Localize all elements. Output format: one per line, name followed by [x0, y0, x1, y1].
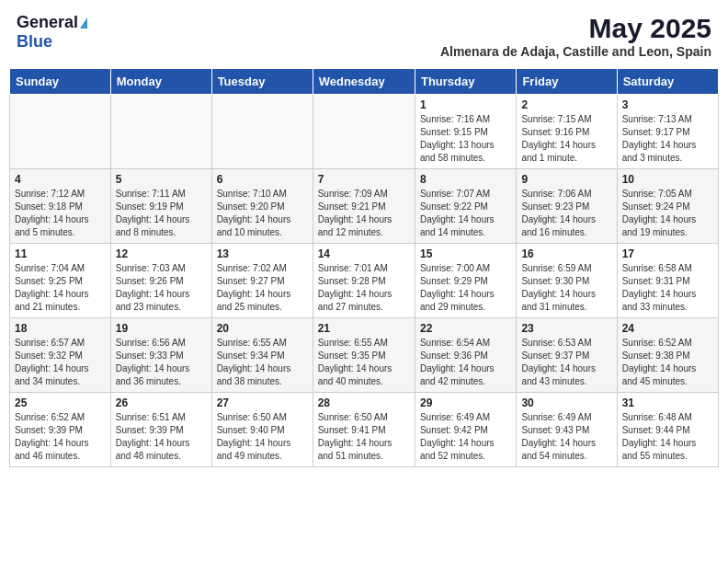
calendar-cell: 20Sunrise: 6:55 AM Sunset: 9:34 PM Dayli…	[211, 318, 313, 393]
calendar-cell: 30Sunrise: 6:49 AM Sunset: 9:43 PM Dayli…	[517, 393, 617, 467]
logo: General Blue	[17, 13, 87, 52]
calendar-cell: 4Sunrise: 7:12 AM Sunset: 9:18 PM Daylig…	[10, 169, 111, 244]
calendar-cell	[110, 95, 211, 169]
calendar-cell: 3Sunrise: 7:13 AM Sunset: 9:17 PM Daylig…	[617, 95, 718, 169]
calendar-cell: 12Sunrise: 7:03 AM Sunset: 9:26 PM Dayli…	[110, 244, 211, 318]
day-number: 21	[318, 322, 410, 335]
day-info: Sunrise: 7:01 AM Sunset: 9:28 PM Dayligh…	[318, 262, 410, 314]
day-number: 2	[521, 98, 611, 111]
day-info: Sunrise: 7:07 AM Sunset: 9:22 PM Dayligh…	[420, 188, 511, 239]
calendar-header-thursday: Thursday	[415, 69, 516, 95]
day-info: Sunrise: 7:02 AM Sunset: 9:27 PM Dayligh…	[217, 262, 308, 314]
day-number: 10	[622, 173, 713, 186]
calendar-cell: 28Sunrise: 6:50 AM Sunset: 9:41 PM Dayli…	[313, 393, 415, 467]
day-number: 7	[318, 173, 410, 186]
calendar-week-row: 11Sunrise: 7:04 AM Sunset: 9:25 PM Dayli…	[10, 244, 719, 318]
logo-blue-text: Blue	[17, 32, 52, 51]
day-info: Sunrise: 7:00 AM Sunset: 9:29 PM Dayligh…	[420, 262, 511, 314]
day-number: 25	[15, 396, 106, 409]
month-title: May 2025	[440, 13, 711, 44]
day-number: 15	[420, 247, 511, 260]
calendar-header-sunday: Sunday	[10, 69, 111, 95]
calendar-cell: 18Sunrise: 6:57 AM Sunset: 9:32 PM Dayli…	[10, 318, 111, 393]
calendar-header-friday: Friday	[517, 69, 617, 95]
calendar-cell: 24Sunrise: 6:52 AM Sunset: 9:38 PM Dayli…	[617, 318, 718, 393]
calendar-week-row: 1Sunrise: 7:16 AM Sunset: 9:15 PM Daylig…	[10, 95, 719, 169]
day-info: Sunrise: 6:55 AM Sunset: 9:35 PM Dayligh…	[318, 337, 410, 388]
calendar-cell	[313, 95, 415, 169]
calendar-cell: 26Sunrise: 6:51 AM Sunset: 9:39 PM Dayli…	[110, 393, 211, 467]
header: General Blue May 2025 Almenara de Adaja,…	[9, 9, 719, 63]
calendar-cell: 9Sunrise: 7:06 AM Sunset: 9:23 PM Daylig…	[517, 169, 617, 244]
calendar-body: 1Sunrise: 7:16 AM Sunset: 9:15 PM Daylig…	[10, 95, 719, 467]
day-number: 18	[15, 322, 106, 335]
calendar-cell: 1Sunrise: 7:16 AM Sunset: 9:15 PM Daylig…	[415, 95, 516, 169]
day-info: Sunrise: 6:57 AM Sunset: 9:32 PM Dayligh…	[15, 337, 106, 388]
day-info: Sunrise: 7:04 AM Sunset: 9:25 PM Dayligh…	[15, 262, 106, 314]
day-info: Sunrise: 7:10 AM Sunset: 9:20 PM Dayligh…	[217, 188, 308, 239]
day-info: Sunrise: 6:54 AM Sunset: 9:36 PM Dayligh…	[420, 337, 511, 388]
calendar-cell: 21Sunrise: 6:55 AM Sunset: 9:35 PM Dayli…	[313, 318, 415, 393]
calendar-cell: 31Sunrise: 6:48 AM Sunset: 9:44 PM Dayli…	[617, 393, 718, 467]
day-info: Sunrise: 6:48 AM Sunset: 9:44 PM Dayligh…	[622, 411, 713, 463]
day-number: 11	[15, 247, 106, 260]
calendar-cell: 11Sunrise: 7:04 AM Sunset: 9:25 PM Dayli…	[10, 244, 111, 318]
day-info: Sunrise: 7:12 AM Sunset: 9:18 PM Dayligh…	[15, 188, 106, 239]
day-number: 12	[116, 247, 207, 260]
day-number: 3	[622, 98, 713, 111]
day-info: Sunrise: 7:16 AM Sunset: 9:15 PM Dayligh…	[420, 113, 511, 165]
calendar-table: SundayMondayTuesdayWednesdayThursdayFrid…	[9, 68, 719, 467]
calendar-cell: 10Sunrise: 7:05 AM Sunset: 9:24 PM Dayli…	[617, 169, 718, 244]
day-number: 6	[217, 173, 308, 186]
day-number: 9	[521, 173, 611, 186]
day-info: Sunrise: 6:59 AM Sunset: 9:30 PM Dayligh…	[521, 262, 611, 314]
day-info: Sunrise: 6:53 AM Sunset: 9:37 PM Dayligh…	[521, 337, 611, 388]
title-area: May 2025 Almenara de Adaja, Castille and…	[440, 13, 711, 59]
calendar-header-saturday: Saturday	[617, 69, 718, 95]
calendar-cell: 15Sunrise: 7:00 AM Sunset: 9:29 PM Dayli…	[415, 244, 516, 318]
calendar-header-wednesday: Wednesday	[313, 69, 415, 95]
day-info: Sunrise: 7:11 AM Sunset: 9:19 PM Dayligh…	[116, 188, 207, 239]
calendar-header-monday: Monday	[110, 69, 211, 95]
day-info: Sunrise: 6:50 AM Sunset: 9:41 PM Dayligh…	[318, 411, 410, 463]
day-number: 14	[318, 247, 410, 260]
day-number: 8	[420, 173, 511, 186]
day-number: 13	[217, 247, 308, 260]
day-number: 30	[521, 396, 611, 409]
day-number: 26	[116, 396, 207, 409]
calendar-cell: 8Sunrise: 7:07 AM Sunset: 9:22 PM Daylig…	[415, 169, 516, 244]
day-number: 27	[217, 396, 308, 409]
day-info: Sunrise: 6:56 AM Sunset: 9:33 PM Dayligh…	[116, 337, 207, 388]
calendar-header-tuesday: Tuesday	[211, 69, 313, 95]
logo-general-text: General	[17, 13, 78, 32]
calendar-cell: 25Sunrise: 6:52 AM Sunset: 9:39 PM Dayli…	[10, 393, 111, 467]
calendar-header-row: SundayMondayTuesdayWednesdayThursdayFrid…	[10, 69, 719, 95]
day-info: Sunrise: 7:13 AM Sunset: 9:17 PM Dayligh…	[622, 113, 713, 165]
day-number: 31	[622, 396, 713, 409]
calendar-cell: 5Sunrise: 7:11 AM Sunset: 9:19 PM Daylig…	[110, 169, 211, 244]
day-info: Sunrise: 6:55 AM Sunset: 9:34 PM Dayligh…	[217, 337, 308, 388]
calendar-cell: 2Sunrise: 7:15 AM Sunset: 9:16 PM Daylig…	[517, 95, 617, 169]
calendar-cell: 19Sunrise: 6:56 AM Sunset: 9:33 PM Dayli…	[110, 318, 211, 393]
day-number: 19	[116, 322, 207, 335]
calendar-cell: 14Sunrise: 7:01 AM Sunset: 9:28 PM Dayli…	[313, 244, 415, 318]
calendar-cell: 27Sunrise: 6:50 AM Sunset: 9:40 PM Dayli…	[211, 393, 313, 467]
calendar-cell: 16Sunrise: 6:59 AM Sunset: 9:30 PM Dayli…	[517, 244, 617, 318]
day-number: 17	[622, 247, 713, 260]
day-number: 20	[217, 322, 308, 335]
calendar-cell: 29Sunrise: 6:49 AM Sunset: 9:42 PM Dayli…	[415, 393, 516, 467]
day-number: 1	[420, 98, 511, 111]
calendar-cell: 17Sunrise: 6:58 AM Sunset: 9:31 PM Dayli…	[617, 244, 718, 318]
calendar-cell: 6Sunrise: 7:10 AM Sunset: 9:20 PM Daylig…	[211, 169, 313, 244]
calendar-cell	[10, 95, 111, 169]
calendar-week-row: 25Sunrise: 6:52 AM Sunset: 9:39 PM Dayli…	[10, 393, 719, 467]
day-info: Sunrise: 7:15 AM Sunset: 9:16 PM Dayligh…	[521, 113, 611, 165]
calendar-cell: 13Sunrise: 7:02 AM Sunset: 9:27 PM Dayli…	[211, 244, 313, 318]
calendar-cell	[211, 95, 313, 169]
day-number: 5	[116, 173, 207, 186]
location-title: Almenara de Adaja, Castille and Leon, Sp…	[440, 44, 711, 59]
day-info: Sunrise: 7:09 AM Sunset: 9:21 PM Dayligh…	[318, 188, 410, 239]
calendar-week-row: 4Sunrise: 7:12 AM Sunset: 9:18 PM Daylig…	[10, 169, 719, 244]
day-info: Sunrise: 6:52 AM Sunset: 9:38 PM Dayligh…	[622, 337, 713, 388]
calendar-week-row: 18Sunrise: 6:57 AM Sunset: 9:32 PM Dayli…	[10, 318, 719, 393]
